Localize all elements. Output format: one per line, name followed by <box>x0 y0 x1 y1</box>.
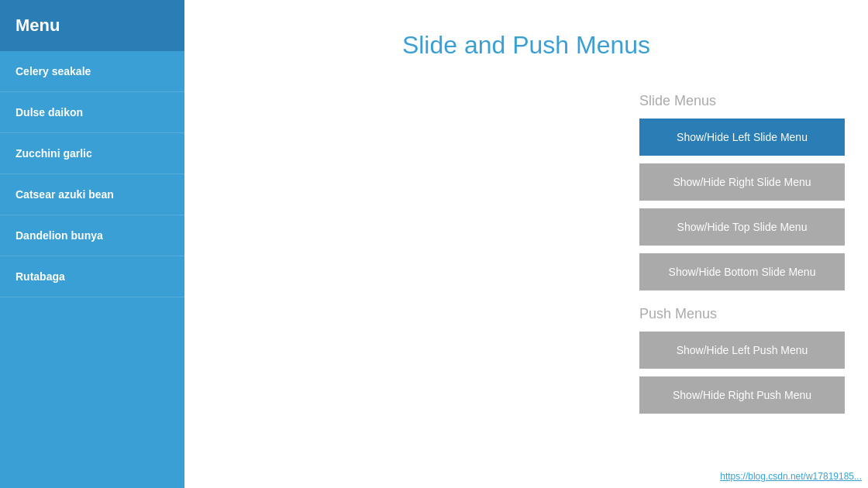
sidebar-title: Menu <box>16 15 60 35</box>
sidebar-item-0[interactable]: Celery seakale <box>0 51 184 92</box>
page-title: Slide and Push Menus <box>402 31 650 60</box>
show-hide-bottom-slide-menu-button[interactable]: Show/Hide Bottom Slide Menu <box>639 253 845 290</box>
watermark: https://blog.csdn.net/w17819185... <box>720 471 862 482</box>
push-menus-section: Push Menus Show/Hide Left Push Menu Show… <box>639 306 845 414</box>
sidebar-item-5[interactable]: Rutabaga <box>0 256 184 297</box>
push-section-label: Push Menus <box>639 306 845 322</box>
show-hide-right-slide-menu-button[interactable]: Show/Hide Right Slide Menu <box>639 163 845 201</box>
sidebar-items: Celery seakaleDulse daikonZucchini garli… <box>0 51 184 297</box>
show-hide-right-push-menu-button[interactable]: Show/Hide Right Push Menu <box>639 376 845 414</box>
slide-menus-section: Slide Menus Show/Hide Left Slide Menu Sh… <box>639 93 845 290</box>
show-hide-left-push-menu-button[interactable]: Show/Hide Left Push Menu <box>639 332 845 369</box>
watermark-url: https://blog.csdn.net/w17819185... <box>720 471 862 482</box>
main-content: Slide and Push Menus Slide Menus Show/Hi… <box>184 0 868 488</box>
slide-section-label: Slide Menus <box>639 93 845 109</box>
sidebar-item-2[interactable]: Zucchini garlic <box>0 133 184 174</box>
controls-panel: Slide Menus Show/Hide Left Slide Menu Sh… <box>639 93 845 421</box>
sidebar-item-1[interactable]: Dulse daikon <box>0 92 184 133</box>
show-hide-left-slide-menu-button[interactable]: Show/Hide Left Slide Menu <box>639 119 845 156</box>
sidebar: Menu Celery seakaleDulse daikonZucchini … <box>0 0 184 488</box>
show-hide-top-slide-menu-button[interactable]: Show/Hide Top Slide Menu <box>639 208 845 246</box>
sidebar-header: Menu <box>0 0 184 51</box>
sidebar-item-3[interactable]: Catsear azuki bean <box>0 174 184 215</box>
sidebar-item-4[interactable]: Dandelion bunya <box>0 215 184 256</box>
